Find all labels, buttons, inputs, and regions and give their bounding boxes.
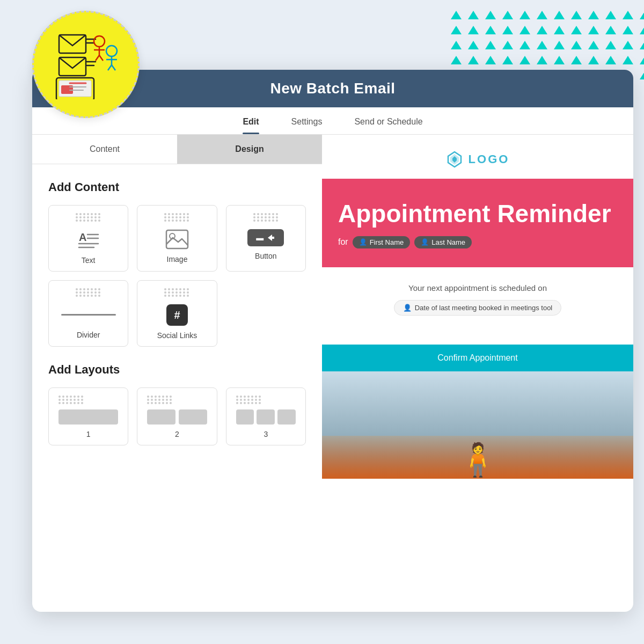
button-icon: ▬ bbox=[247, 229, 284, 246]
svg-text:A: A bbox=[79, 231, 86, 243]
email-merge-field[interactable]: 👤 Date of last meeting booked in meeting… bbox=[394, 300, 562, 316]
block-social-label: Social Links bbox=[157, 331, 197, 340]
layout-2[interactable]: 2 bbox=[137, 387, 217, 445]
social-icon: # bbox=[166, 304, 188, 326]
block-dots bbox=[76, 213, 101, 222]
svg-rect-27 bbox=[166, 230, 188, 248]
block-dots bbox=[253, 213, 279, 222]
email-body-text: Your next appointment is scheduled on bbox=[338, 283, 617, 292]
tab-settings[interactable]: Settings bbox=[291, 117, 323, 134]
layout-3[interactable]: 3 bbox=[226, 387, 306, 445]
page-title: New Batch Email bbox=[270, 80, 395, 97]
text-icon: A bbox=[78, 229, 99, 251]
block-divider-label: Divider bbox=[77, 331, 100, 339]
sub-tabs: Content Design bbox=[32, 135, 322, 164]
logo-illustration bbox=[54, 30, 118, 99]
block-button-label: Button bbox=[255, 252, 276, 260]
block-text-label: Text bbox=[82, 256, 96, 265]
email-hero: Appointment Reminder for First Name Last… bbox=[322, 179, 633, 267]
block-social[interactable]: # Social Links bbox=[137, 280, 217, 347]
divider-icon bbox=[61, 304, 116, 325]
svg-line-15 bbox=[112, 65, 115, 70]
email-body: Your next appointment is scheduled on 👤 … bbox=[322, 267, 633, 345]
sub-tab-content[interactable]: Content bbox=[32, 135, 177, 164]
layout-1-label: 1 bbox=[86, 430, 91, 438]
block-dots bbox=[164, 213, 189, 222]
confirm-appointment-button[interactable]: Confirm Appointment bbox=[322, 345, 633, 371]
block-image-label: Image bbox=[167, 255, 188, 264]
email-hero-title: Appointment Reminder bbox=[338, 200, 617, 228]
layout-1-preview bbox=[54, 409, 122, 425]
email-logo-row: LOGO bbox=[322, 135, 633, 179]
layout-3-label: 3 bbox=[264, 430, 268, 438]
add-content-title: Add Content bbox=[48, 180, 306, 194]
email-logo-text: LOGO bbox=[469, 152, 510, 166]
merge-tag-firstname[interactable]: First Name bbox=[353, 236, 411, 248]
layouts-grid: 1 2 bbox=[48, 387, 306, 445]
email-preview: LOGO Appointment Reminder for First Name… bbox=[322, 135, 633, 602]
layout-2-preview bbox=[143, 409, 211, 425]
svg-line-9 bbox=[96, 55, 99, 61]
block-divider[interactable]: Divider bbox=[48, 280, 128, 347]
merge-tag-lastname[interactable]: Last Name bbox=[414, 236, 472, 248]
sub-tab-design[interactable]: Design bbox=[177, 135, 322, 164]
block-button[interactable]: ▬ Button bbox=[226, 205, 306, 272]
svg-line-14 bbox=[108, 65, 112, 70]
logo-icon-group bbox=[54, 30, 118, 99]
block-dots bbox=[164, 288, 189, 297]
block-dots bbox=[76, 288, 101, 297]
block-text[interactable]: A Text bbox=[48, 205, 128, 272]
email-logo-icon bbox=[446, 151, 463, 168]
brand-logo-circle bbox=[32, 11, 140, 118]
layout-dots bbox=[147, 396, 172, 404]
layout-1[interactable]: 1 bbox=[48, 387, 128, 445]
layout-dots bbox=[58, 396, 84, 404]
left-content: Add Content A bbox=[32, 164, 322, 462]
svg-point-6 bbox=[94, 36, 105, 47]
layout-dots bbox=[236, 396, 261, 404]
main-card: New Batch Email Edit Settings Send or Sc… bbox=[32, 70, 633, 612]
content-blocks-grid: A Text bbox=[48, 205, 306, 347]
email-bottom-image: 🧍 bbox=[322, 371, 633, 479]
left-panel: Content Design Add Content bbox=[32, 135, 322, 602]
tabs-row: Edit Settings Send or Schedule bbox=[32, 107, 633, 135]
email-hero-sub: for First Name Last Name bbox=[338, 236, 617, 248]
merge-field-icon: 👤 bbox=[403, 304, 412, 312]
right-panel: LOGO Appointment Reminder for First Name… bbox=[322, 135, 633, 602]
layout-3-preview bbox=[232, 409, 300, 425]
svg-point-11 bbox=[106, 46, 117, 56]
layout-2-label: 2 bbox=[175, 430, 179, 438]
image-icon bbox=[165, 229, 189, 250]
content-area: Content Design Add Content bbox=[32, 135, 633, 602]
person-silhouette: 🧍 bbox=[458, 441, 498, 479]
tab-edit[interactable]: Edit bbox=[243, 117, 259, 134]
add-layouts-title: Add Layouts bbox=[48, 363, 306, 377]
block-image[interactable]: Image bbox=[137, 205, 217, 272]
svg-line-10 bbox=[99, 55, 103, 61]
tab-send-schedule[interactable]: Send or Schedule bbox=[354, 117, 422, 134]
